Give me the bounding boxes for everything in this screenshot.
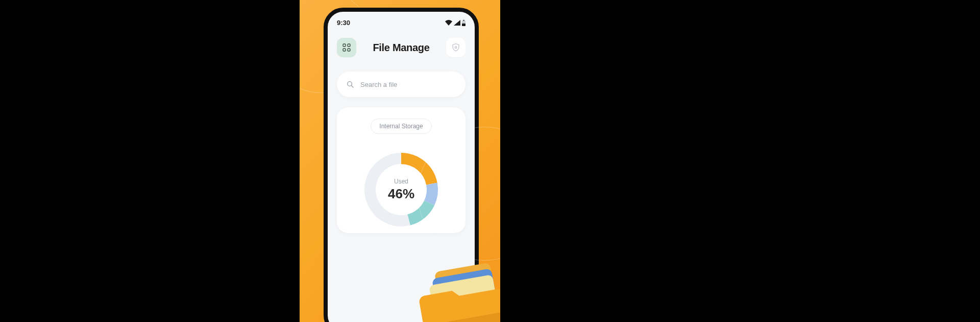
signal-icon: [454, 20, 460, 26]
svg-rect-3: [343, 44, 346, 47]
grid-icon: [342, 43, 351, 52]
svg-rect-2: [462, 24, 465, 26]
promo-background: 9:30 File Manage: [300, 0, 500, 322]
search-bar[interactable]: [337, 72, 465, 97]
phone-frame: 9:30 File Manage: [324, 8, 479, 322]
status-time: 9:30: [337, 19, 350, 27]
battery-icon: [462, 20, 465, 26]
app-header: File Manage: [328, 30, 475, 62]
svg-rect-6: [348, 49, 350, 51]
storage-donut-chart: Used 46%: [358, 146, 445, 233]
page-title: File Manage: [373, 42, 429, 54]
status-icons: [445, 20, 465, 26]
svg-point-7: [455, 47, 456, 48]
used-percentage: 46%: [388, 186, 414, 202]
security-button[interactable]: [446, 38, 465, 57]
shield-icon: [451, 43, 460, 52]
svg-rect-5: [343, 49, 346, 51]
storage-card: Internal Storage Used: [337, 107, 465, 233]
used-label: Used: [394, 178, 408, 185]
status-bar: 9:30: [328, 12, 475, 30]
svg-rect-0: [463, 20, 464, 21]
wifi-icon: [445, 20, 452, 26]
donut-center: Used 46%: [358, 146, 445, 233]
svg-line-9: [351, 85, 353, 87]
search-icon: [346, 80, 354, 88]
svg-rect-4: [348, 44, 350, 47]
menu-grid-button[interactable]: [337, 38, 356, 57]
search-input[interactable]: [360, 81, 456, 88]
storage-chip[interactable]: Internal Storage: [371, 119, 431, 134]
